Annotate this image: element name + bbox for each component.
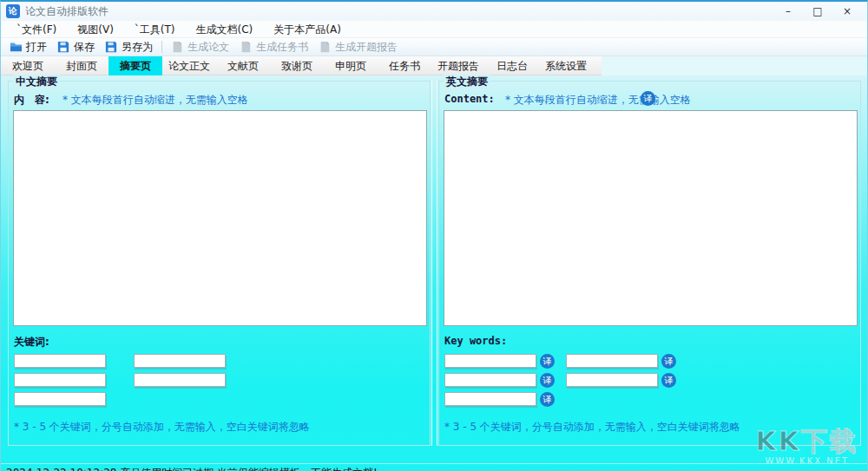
generate-proposal-button[interactable]: 生成开题报告 <box>313 38 403 56</box>
generate-task-icon <box>240 41 253 53</box>
content-label-en: Content: <box>444 93 495 105</box>
english-abstract-group: 英文摘要 Content: * 文本每段首行自动缩进，无需输入空格 译 Key … <box>438 81 861 446</box>
english-abstract-group-title: 英文摘要 <box>444 75 490 89</box>
tab-welcome[interactable]: 欢迎页 <box>1 56 55 75</box>
tab-proposal[interactable]: 开题报告 <box>431 56 485 75</box>
save-icon <box>57 41 70 53</box>
tab-settings[interactable]: 系统设置 <box>539 56 593 75</box>
chinese-abstract-group-title: 中文摘要 <box>13 75 60 89</box>
tab-abstract[interactable]: 摘要页 <box>108 56 162 75</box>
app-icon: 论 <box>6 4 20 18</box>
translate-keyword-button-3[interactable]: 译 <box>540 373 555 388</box>
save-as-label: 另存为 <box>122 40 153 55</box>
keywords-note-cn: * 3 - 5 个关键词，分号自动添加，无需输入，空白关键词将忽略 <box>14 420 310 435</box>
content-hint-en: * 文本每段首行自动缩进，无需输入空格 <box>505 93 691 108</box>
keyword-input-en-3[interactable] <box>444 373 536 387</box>
save-as-icon <box>105 41 118 53</box>
keyword-input-en-2[interactable] <box>566 354 658 368</box>
generate-proposal-label: 生成开题报告 <box>335 40 398 55</box>
panel-splitter[interactable] <box>431 81 437 446</box>
tab-task[interactable]: 任务书 <box>378 56 431 75</box>
menu-bar: `文件(F) 视图(V) `工具(T) 生成文档(C) 关于本产品(A) <box>1 21 867 38</box>
keyword-input-cn-3[interactable] <box>14 373 106 387</box>
menu-generate-doc[interactable]: 生成文档(C) <box>186 21 264 38</box>
translate-keyword-button-5[interactable]: 译 <box>540 392 555 407</box>
tab-strip: 欢迎页 封面页 摘要页 论文正文 文献页 致谢页 申明页 任务书 开题报告 日志… <box>1 56 602 75</box>
save-button[interactable]: 保存 <box>52 38 100 56</box>
generate-paper-label: 生成论文 <box>187 40 229 55</box>
tab-declaration[interactable]: 申明页 <box>324 56 378 75</box>
toolbar: 打开 保存 另存为 生成论文 生成任务书 <box>1 38 867 56</box>
content-label-cn: 内 容: <box>14 93 49 108</box>
watermark: KK下载 WWW.KKX.NET <box>756 424 859 466</box>
maximize-button[interactable]: □ <box>803 2 832 21</box>
title-bar: 论 论文自动排版软件 – □ × <box>1 2 867 21</box>
keyword-input-en-4[interactable] <box>566 373 658 387</box>
save-as-button[interactable]: 另存为 <box>100 38 158 56</box>
chinese-abstract-textarea[interactable] <box>13 110 427 326</box>
keyword-input-cn-2[interactable] <box>134 354 226 368</box>
open-label: 打开 <box>26 40 47 55</box>
keyword-input-cn-4[interactable] <box>134 373 226 387</box>
status-message-line1: 2024-12-22 10:12:28 产品使用时间已过期,当前仅能编辑模板，不… <box>6 466 378 471</box>
status-bar: 2024-12-22 10:12:28 产品使用时间已过期,当前仅能编辑模板，不… <box>1 463 867 471</box>
translate-keyword-button-1[interactable]: 译 <box>540 354 555 369</box>
content-area: 中文摘要 内 容: * 文本每段首行自动缩进，无需输入空格 关键词: * 3 -… <box>1 75 867 463</box>
tab-acknowledgement[interactable]: 致谢页 <box>270 56 324 75</box>
toolbar-separator <box>161 41 162 53</box>
content-hint-cn: * 文本每段首行自动缩进，无需输入空格 <box>62 93 248 108</box>
open-button[interactable]: 打开 <box>4 38 52 56</box>
chinese-abstract-group: 中文摘要 内 容: * 文本每段首行自动缩进，无需输入空格 关键词: * 3 -… <box>8 81 431 446</box>
keyword-input-cn-1[interactable] <box>14 354 106 368</box>
generate-task-label: 生成任务书 <box>256 40 308 55</box>
menu-view[interactable]: 视图(V) <box>67 21 124 38</box>
menu-about[interactable]: 关于本产品(A) <box>263 21 352 38</box>
minimize-button[interactable]: – <box>773 2 803 21</box>
tab-cover[interactable]: 封面页 <box>55 56 108 75</box>
english-abstract-textarea[interactable] <box>444 110 858 326</box>
watermark-text: KK下载 <box>756 424 859 460</box>
tab-bar: 欢迎页 封面页 摘要页 论文正文 文献页 致谢页 申明页 任务书 开题报告 日志… <box>1 56 867 75</box>
translate-keyword-button-4[interactable]: 译 <box>661 373 676 388</box>
save-label: 保存 <box>74 40 95 55</box>
generate-proposal-icon <box>319 41 332 53</box>
keyword-input-en-1[interactable] <box>444 354 536 368</box>
keyword-input-cn-5[interactable] <box>14 392 106 406</box>
menu-file[interactable]: `文件(F) <box>6 21 67 38</box>
app-window: 论 论文自动排版软件 – □ × `文件(F) 视图(V) `工具(T) 生成文… <box>0 0 868 471</box>
translate-content-button[interactable]: 译 <box>641 91 655 106</box>
folder-open-icon <box>10 41 23 53</box>
generate-task-button[interactable]: 生成任务书 <box>234 38 313 56</box>
window-title: 论文自动排版软件 <box>25 4 108 19</box>
menu-tools[interactable]: `工具(T) <box>124 21 186 38</box>
keywords-label-cn: 关键词: <box>14 335 49 350</box>
keywords-label-en: Key words: <box>444 335 507 347</box>
window-controls: – □ × <box>773 2 862 21</box>
tab-references[interactable]: 文献页 <box>216 56 270 75</box>
keywords-note-en: * 3 - 5 个关键词，分号自动添加，无需输入，空白关键词将忽略 <box>444 420 740 435</box>
generate-paper-icon <box>171 41 184 53</box>
close-button[interactable]: × <box>832 2 862 21</box>
generate-paper-button[interactable]: 生成论文 <box>166 38 234 56</box>
tab-body[interactable]: 论文正文 <box>162 56 216 75</box>
translate-keyword-button-2[interactable]: 译 <box>661 354 676 369</box>
keyword-input-en-5[interactable] <box>444 392 536 406</box>
tab-log[interactable]: 日志台 <box>485 56 539 75</box>
